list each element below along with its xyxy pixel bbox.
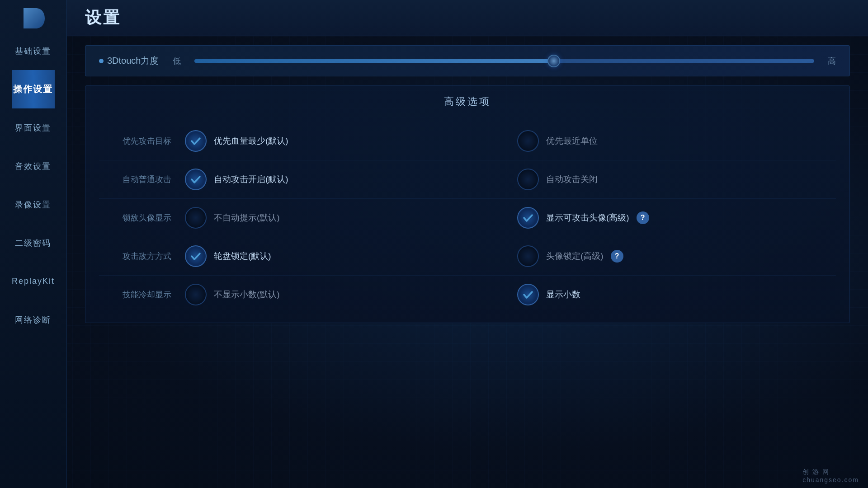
option-btn-nearest[interactable] — [517, 130, 539, 152]
slider-dot — [99, 59, 104, 63]
row-label-lock-display: 锁敌头像显示 — [104, 212, 185, 223]
row-label-attack-method: 攻击敌方方式 — [104, 251, 185, 262]
help-icon-portrait-lock[interactable]: ? — [611, 250, 623, 263]
help-icon-attackable[interactable]: ? — [637, 211, 649, 224]
option-btn-min-hp[interactable] — [185, 130, 207, 152]
checkmark-icon-4 — [189, 250, 202, 263]
checkmark-icon-2 — [189, 173, 202, 186]
option-no-auto-show[interactable]: 不自动提示(默认) — [185, 207, 499, 229]
option-btn-wheel-lock[interactable] — [185, 245, 207, 267]
option-no-decimal[interactable]: 不显示小数(默认) — [185, 284, 499, 305]
option-text-wheel-lock: 轮盘锁定(默认) — [214, 250, 271, 262]
section-title: 高级选项 — [99, 95, 836, 113]
sidebar-item-audio[interactable]: 音效设置 — [12, 147, 55, 185]
option-wheel-lock[interactable]: 轮盘锁定(默认) — [185, 245, 499, 267]
row-lock-display: 锁敌头像显示 不自动提示(默认) 显示可攻击头像(高级) ? — [99, 199, 836, 237]
option-auto-on[interactable]: 自动攻击开启(默认) — [185, 169, 499, 190]
options-group-cd-display: 不显示小数(默认) 显示小数 — [185, 284, 831, 305]
sidebar: 基础设置 操作设置 界面设置 音效设置 录像设置 二级密码 ReplayKit … — [0, 0, 67, 488]
option-text-min-hp: 优先血量最少(默认) — [214, 135, 288, 147]
checkmark-icon-5 — [522, 288, 534, 301]
sidebar-item-replay[interactable]: 录像设置 — [12, 185, 55, 224]
checkmark-icon — [189, 135, 202, 147]
main-content: 3Dtouch力度 低 高 高级选项 优先攻击目标 — [67, 36, 868, 488]
option-text-no-auto-show: 不自动提示(默认) — [214, 212, 280, 224]
option-show-decimal[interactable]: 显示小数 — [517, 284, 831, 305]
option-btn-auto-off[interactable] — [517, 169, 539, 190]
options-group-attack-method: 轮盘锁定(默认) 头像锁定(高级) ? — [185, 245, 831, 267]
checkmark-icon-3 — [522, 211, 534, 224]
row-attack-target: 优先攻击目标 优先血量最少(默认) 优先最近单位 — [99, 122, 836, 160]
slider-label: 3Dtouch力度 — [99, 55, 159, 67]
option-text-auto-off: 自动攻击关闭 — [546, 174, 598, 185]
slider-track-container[interactable] — [194, 59, 815, 63]
option-btn-show-decimal[interactable] — [517, 284, 539, 305]
sidebar-item-network[interactable]: 网络诊断 — [12, 300, 55, 339]
sidebar-item-password[interactable]: 二级密码 — [12, 224, 55, 262]
option-min-hp[interactable]: 优先血量最少(默认) — [185, 130, 499, 152]
advanced-options-section: 高级选项 优先攻击目标 优先血量最少(默认) 优先最近单 — [85, 85, 850, 323]
option-btn-auto-on[interactable] — [185, 169, 207, 190]
page-title: 设置 — [85, 7, 121, 29]
option-show-attackable[interactable]: 显示可攻击头像(高级) ? — [517, 207, 831, 229]
slider-max-label: 高 — [828, 56, 836, 66]
sidebar-item-interface[interactable]: 界面设置 — [12, 108, 55, 147]
options-group-attack-target: 优先血量最少(默认) 优先最近单位 — [185, 130, 831, 152]
option-btn-no-auto-show[interactable] — [185, 207, 207, 229]
option-portrait-lock[interactable]: 头像锁定(高级) ? — [517, 245, 831, 267]
row-label-auto-attack: 自动普通攻击 — [104, 174, 185, 185]
slider-fill — [194, 59, 554, 63]
option-text-nearest: 优先最近单位 — [546, 135, 598, 147]
row-label-attack-target: 优先攻击目标 — [104, 136, 185, 146]
options-group-lock-display: 不自动提示(默认) 显示可攻击头像(高级) ? — [185, 207, 831, 229]
sidebar-nav: 基础设置 操作设置 界面设置 音效设置 录像设置 二级密码 ReplayKit … — [12, 32, 55, 339]
option-text-show-attackable: 显示可攻击头像(高级) — [546, 212, 629, 224]
option-btn-show-attackable[interactable] — [517, 207, 539, 229]
row-label-cd-display: 技能冷却显示 — [104, 289, 185, 300]
option-btn-portrait-lock[interactable] — [517, 245, 539, 267]
row-attack-method: 攻击敌方方式 轮盘锁定(默认) 头像锁定(高级) ? — [99, 237, 836, 276]
option-nearest[interactable]: 优先最近单位 — [517, 130, 831, 152]
option-text-auto-on: 自动攻击开启(默认) — [214, 174, 288, 185]
slider-thumb[interactable] — [547, 55, 560, 67]
options-group-auto-attack: 自动攻击开启(默认) 自动攻击关闭 — [185, 169, 831, 190]
sidebar-item-operation[interactable]: 操作设置 — [12, 70, 55, 108]
logo-area — [18, 5, 49, 32]
slider-track — [194, 59, 815, 63]
option-text-no-decimal: 不显示小数(默认) — [214, 289, 280, 300]
option-text-show-decimal: 显示小数 — [546, 289, 580, 300]
header: 设置 — [67, 0, 868, 36]
sidebar-item-basic[interactable]: 基础设置 — [12, 32, 55, 70]
option-text-portrait-lock: 头像锁定(高级) — [546, 250, 604, 262]
sidebar-item-replaykit[interactable]: ReplayKit — [12, 262, 55, 300]
option-auto-off[interactable]: 自动攻击关闭 — [517, 169, 831, 190]
slider-section: 3Dtouch力度 低 高 — [85, 45, 850, 76]
row-cd-display: 技能冷却显示 不显示小数(默认) 显示小数 — [99, 276, 836, 314]
row-auto-attack: 自动普通攻击 自动攻击开启(默认) 自动攻击关闭 — [99, 160, 836, 199]
option-btn-no-decimal[interactable] — [185, 284, 207, 305]
slider-min-label: 低 — [173, 56, 181, 66]
watermark: 创 游 网chuangseo.com — [802, 468, 859, 483]
